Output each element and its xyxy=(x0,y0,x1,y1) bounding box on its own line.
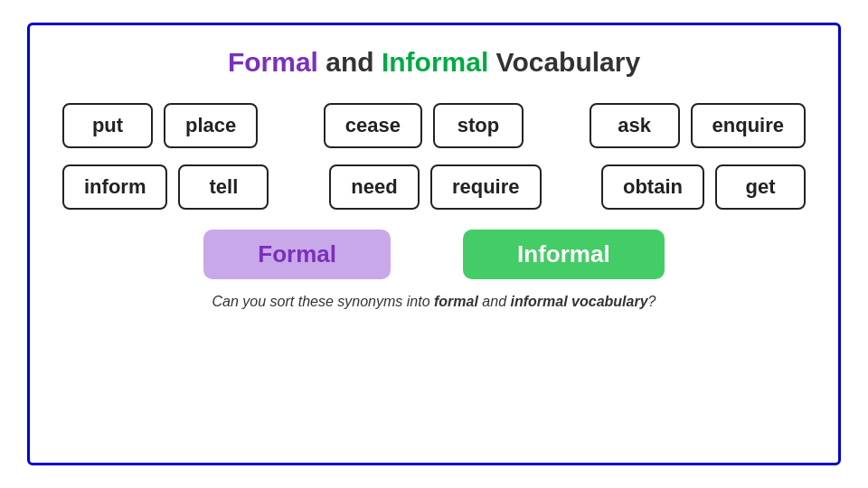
title-formal: Formal xyxy=(228,47,318,77)
word-enquire[interactable]: enquire xyxy=(691,103,806,148)
word-stop[interactable]: stop xyxy=(433,103,524,148)
word-tell[interactable]: tell xyxy=(178,164,269,210)
word-put[interactable]: put xyxy=(62,103,153,148)
row2-left-pair: inform tell xyxy=(62,164,269,210)
row2-mid-pair: need require xyxy=(329,164,542,210)
footer-informal-bold: informal vocabulary xyxy=(511,294,648,309)
row1-right-pair: ask enquire xyxy=(590,103,806,148)
word-ask[interactable]: ask xyxy=(590,103,680,148)
footer-text-after: ? xyxy=(648,294,656,309)
footer-text-mid: and xyxy=(478,294,511,309)
word-obtain[interactable]: obtain xyxy=(601,164,704,210)
word-row-2: inform tell need require obtain get xyxy=(62,164,806,210)
title-post: Vocabulary xyxy=(488,47,640,77)
legend-row: Formal Informal xyxy=(203,230,664,279)
title-informal: Informal xyxy=(382,47,488,77)
footer-text-before: Can you sort these synonyms into xyxy=(212,294,434,309)
word-need[interactable]: need xyxy=(329,164,420,210)
word-place[interactable]: place xyxy=(164,103,258,148)
word-cease[interactable]: cease xyxy=(324,103,422,148)
row2-right-pair: obtain get xyxy=(601,164,806,210)
word-inform[interactable]: inform xyxy=(62,164,167,210)
row1-mid-pair: cease stop xyxy=(324,103,524,148)
word-row-1: put place cease stop ask enquire xyxy=(62,103,806,148)
word-rows-container: put place cease stop ask enquire inform … xyxy=(62,103,806,210)
informal-legend[interactable]: Informal xyxy=(463,230,665,279)
row1-left-pair: put place xyxy=(62,103,258,148)
page-title: Formal and Informal Vocabulary xyxy=(228,47,640,78)
word-get[interactable]: get xyxy=(715,164,806,210)
footer-formal-bold: formal xyxy=(434,294,478,309)
formal-legend[interactable]: Formal xyxy=(203,230,391,279)
title-mid: and xyxy=(318,47,382,77)
word-require[interactable]: require xyxy=(430,164,542,210)
main-card: Formal and Informal Vocabulary put place… xyxy=(27,23,841,465)
footer: Can you sort these synonyms into formal … xyxy=(212,294,656,310)
